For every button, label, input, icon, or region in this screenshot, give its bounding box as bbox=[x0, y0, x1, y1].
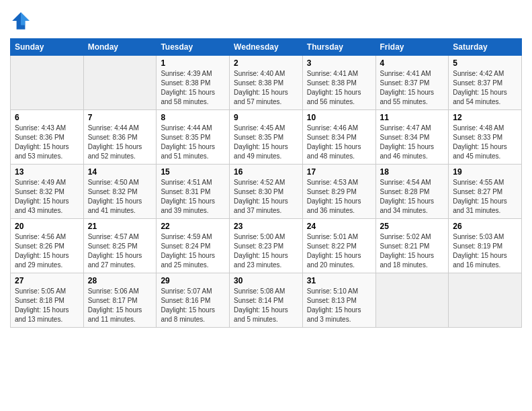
calendar-cell: 10Sunrise: 4:46 AM Sunset: 8:34 PM Dayli… bbox=[302, 110, 375, 165]
calendar-cell: 27Sunrise: 5:05 AM Sunset: 8:18 PM Dayli… bbox=[11, 273, 84, 328]
day-number: 23 bbox=[234, 222, 298, 231]
calendar-cell: 16Sunrise: 4:52 AM Sunset: 8:30 PM Dayli… bbox=[230, 165, 303, 219]
calendar-cell: 29Sunrise: 5:07 AM Sunset: 8:16 PM Dayli… bbox=[157, 273, 230, 328]
day-number: 1 bbox=[161, 58, 225, 68]
weekday-header-wednesday: Wednesday bbox=[230, 39, 303, 56]
calendar-cell: 24Sunrise: 5:01 AM Sunset: 8:22 PM Dayli… bbox=[302, 219, 375, 273]
calendar-cell: 4Sunrise: 4:41 AM Sunset: 8:37 PM Daylig… bbox=[375, 56, 449, 110]
calendar-cell: 15Sunrise: 4:51 AM Sunset: 8:31 PM Dayli… bbox=[157, 165, 230, 219]
weekday-header-tuesday: Tuesday bbox=[157, 39, 230, 56]
weekday-header-saturday: Saturday bbox=[449, 39, 522, 56]
day-number: 9 bbox=[234, 113, 298, 122]
day-number: 25 bbox=[380, 222, 445, 231]
day-info: Sunrise: 4:59 AM Sunset: 8:24 PM Dayligh… bbox=[161, 232, 225, 270]
day-number: 28 bbox=[88, 276, 152, 285]
week-row-4: 20Sunrise: 4:56 AM Sunset: 8:26 PM Dayli… bbox=[11, 219, 522, 273]
day-number: 15 bbox=[161, 167, 225, 177]
day-info: Sunrise: 4:50 AM Sunset: 8:32 PM Dayligh… bbox=[88, 178, 152, 216]
calendar-cell: 8Sunrise: 4:44 AM Sunset: 8:35 PM Daylig… bbox=[157, 110, 230, 165]
day-number: 13 bbox=[15, 167, 79, 177]
week-row-3: 13Sunrise: 4:49 AM Sunset: 8:32 PM Dayli… bbox=[11, 165, 522, 219]
day-info: Sunrise: 4:49 AM Sunset: 8:32 PM Dayligh… bbox=[15, 178, 79, 216]
day-number: 3 bbox=[307, 58, 371, 68]
day-number: 31 bbox=[307, 276, 371, 285]
calendar-cell: 22Sunrise: 4:59 AM Sunset: 8:24 PM Dayli… bbox=[157, 219, 230, 273]
weekday-header-thursday: Thursday bbox=[302, 39, 375, 56]
calendar-cell: 23Sunrise: 5:00 AM Sunset: 8:23 PM Dayli… bbox=[230, 219, 303, 273]
calendar-cell: 28Sunrise: 5:06 AM Sunset: 8:17 PM Dayli… bbox=[83, 273, 157, 328]
weekday-header-monday: Monday bbox=[83, 39, 157, 56]
day-info: Sunrise: 4:57 AM Sunset: 8:25 PM Dayligh… bbox=[88, 232, 152, 270]
day-number: 17 bbox=[307, 167, 371, 177]
day-number: 19 bbox=[453, 167, 517, 177]
day-number: 21 bbox=[88, 222, 152, 231]
weekday-header-row: SundayMondayTuesdayWednesdayThursdayFrid… bbox=[11, 39, 522, 56]
calendar-cell: 1Sunrise: 4:39 AM Sunset: 8:38 PM Daylig… bbox=[157, 56, 230, 110]
calendar-cell: 19Sunrise: 4:55 AM Sunset: 8:27 PM Dayli… bbox=[449, 165, 522, 219]
week-row-2: 6Sunrise: 4:43 AM Sunset: 8:36 PM Daylig… bbox=[11, 110, 522, 165]
calendar-cell bbox=[83, 56, 157, 110]
day-number: 16 bbox=[234, 167, 298, 177]
day-info: Sunrise: 4:41 AM Sunset: 8:37 PM Dayligh… bbox=[380, 69, 445, 107]
day-number: 6 bbox=[15, 113, 79, 122]
day-info: Sunrise: 4:46 AM Sunset: 8:34 PM Dayligh… bbox=[307, 124, 371, 161]
day-info: Sunrise: 4:45 AM Sunset: 8:35 PM Dayligh… bbox=[234, 124, 298, 161]
day-number: 22 bbox=[161, 222, 225, 231]
calendar-cell: 30Sunrise: 5:08 AM Sunset: 8:14 PM Dayli… bbox=[230, 273, 303, 328]
logo bbox=[10, 10, 34, 32]
calendar-cell: 11Sunrise: 4:47 AM Sunset: 8:34 PM Dayli… bbox=[375, 110, 449, 165]
day-number: 26 bbox=[453, 222, 517, 231]
day-info: Sunrise: 4:44 AM Sunset: 8:36 PM Dayligh… bbox=[88, 124, 152, 161]
day-number: 11 bbox=[380, 113, 445, 122]
calendar-cell: 21Sunrise: 4:57 AM Sunset: 8:25 PM Dayli… bbox=[83, 219, 157, 273]
day-info: Sunrise: 4:39 AM Sunset: 8:38 PM Dayligh… bbox=[161, 69, 225, 107]
day-number: 12 bbox=[453, 113, 517, 122]
calendar-cell: 13Sunrise: 4:49 AM Sunset: 8:32 PM Dayli… bbox=[11, 165, 84, 219]
calendar-cell: 17Sunrise: 4:53 AM Sunset: 8:29 PM Dayli… bbox=[302, 165, 375, 219]
weekday-header-sunday: Sunday bbox=[11, 39, 84, 56]
day-info: Sunrise: 4:41 AM Sunset: 8:38 PM Dayligh… bbox=[307, 69, 371, 107]
calendar-cell: 2Sunrise: 4:40 AM Sunset: 8:38 PM Daylig… bbox=[230, 56, 303, 110]
day-info: Sunrise: 5:02 AM Sunset: 8:21 PM Dayligh… bbox=[380, 232, 445, 270]
calendar-cell: 31Sunrise: 5:10 AM Sunset: 8:13 PM Dayli… bbox=[302, 273, 375, 328]
calendar-cell: 9Sunrise: 4:45 AM Sunset: 8:35 PM Daylig… bbox=[230, 110, 303, 165]
day-info: Sunrise: 5:01 AM Sunset: 8:22 PM Dayligh… bbox=[307, 232, 371, 270]
day-info: Sunrise: 4:48 AM Sunset: 8:33 PM Dayligh… bbox=[453, 124, 517, 161]
calendar-cell: 26Sunrise: 5:03 AM Sunset: 8:19 PM Dayli… bbox=[449, 219, 522, 273]
weekday-header-friday: Friday bbox=[375, 39, 449, 56]
day-info: Sunrise: 5:06 AM Sunset: 8:17 PM Dayligh… bbox=[88, 287, 152, 324]
day-number: 5 bbox=[453, 58, 517, 68]
week-row-1: 1Sunrise: 4:39 AM Sunset: 8:38 PM Daylig… bbox=[11, 56, 522, 110]
day-number: 18 bbox=[380, 167, 445, 177]
calendar-cell: 14Sunrise: 4:50 AM Sunset: 8:32 PM Dayli… bbox=[83, 165, 157, 219]
day-info: Sunrise: 4:43 AM Sunset: 8:36 PM Dayligh… bbox=[15, 124, 79, 161]
calendar-cell: 12Sunrise: 4:48 AM Sunset: 8:33 PM Dayli… bbox=[449, 110, 522, 165]
day-info: Sunrise: 4:53 AM Sunset: 8:29 PM Dayligh… bbox=[307, 178, 371, 216]
svg-marker-1 bbox=[21, 12, 30, 25]
day-info: Sunrise: 5:07 AM Sunset: 8:16 PM Dayligh… bbox=[161, 287, 225, 324]
day-info: Sunrise: 4:42 AM Sunset: 8:37 PM Dayligh… bbox=[453, 69, 517, 107]
day-number: 29 bbox=[161, 276, 225, 285]
day-info: Sunrise: 5:05 AM Sunset: 8:18 PM Dayligh… bbox=[15, 287, 79, 324]
day-info: Sunrise: 4:55 AM Sunset: 8:27 PM Dayligh… bbox=[453, 178, 517, 216]
day-info: Sunrise: 5:10 AM Sunset: 8:13 PM Dayligh… bbox=[307, 287, 371, 324]
week-row-5: 27Sunrise: 5:05 AM Sunset: 8:18 PM Dayli… bbox=[11, 273, 522, 328]
calendar-cell: 6Sunrise: 4:43 AM Sunset: 8:36 PM Daylig… bbox=[11, 110, 84, 165]
calendar-cell: 25Sunrise: 5:02 AM Sunset: 8:21 PM Dayli… bbox=[375, 219, 449, 273]
calendar-cell bbox=[449, 273, 522, 328]
day-info: Sunrise: 4:52 AM Sunset: 8:30 PM Dayligh… bbox=[234, 178, 298, 216]
calendar-cell bbox=[375, 273, 449, 328]
day-info: Sunrise: 4:40 AM Sunset: 8:38 PM Dayligh… bbox=[234, 69, 298, 107]
calendar-cell: 7Sunrise: 4:44 AM Sunset: 8:36 PM Daylig… bbox=[83, 110, 157, 165]
calendar-cell: 18Sunrise: 4:54 AM Sunset: 8:28 PM Dayli… bbox=[375, 165, 449, 219]
day-info: Sunrise: 4:51 AM Sunset: 8:31 PM Dayligh… bbox=[161, 178, 225, 216]
day-number: 20 bbox=[15, 222, 79, 231]
day-info: Sunrise: 5:03 AM Sunset: 8:19 PM Dayligh… bbox=[453, 232, 517, 270]
day-info: Sunrise: 4:56 AM Sunset: 8:26 PM Dayligh… bbox=[15, 232, 79, 270]
day-number: 30 bbox=[234, 276, 298, 285]
day-number: 10 bbox=[307, 113, 371, 122]
page-header bbox=[10, 10, 522, 32]
calendar-cell: 5Sunrise: 4:42 AM Sunset: 8:37 PM Daylig… bbox=[449, 56, 522, 110]
day-number: 7 bbox=[88, 113, 152, 122]
day-number: 27 bbox=[15, 276, 79, 285]
